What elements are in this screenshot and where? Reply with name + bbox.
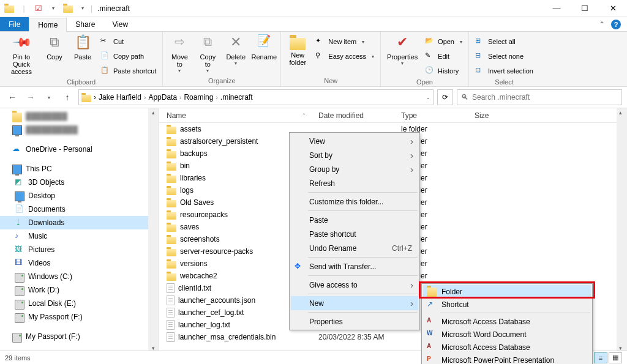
ctx-customize[interactable]: Customize this folder... (291, 195, 418, 209)
properties-qat-icon[interactable]: ☑ (32, 2, 45, 15)
qat-dropdown-2[interactable]: ▾ (76, 2, 89, 15)
nav-forward-button[interactable]: → (23, 90, 38, 105)
titlebar: | ☑ ▾ ▾ | .minecraft — ☐ ✕ (0, 0, 627, 17)
nav-d-drive[interactable]: Work (D:) (0, 283, 159, 297)
context-menu: View Sort by Group by Refresh Customize … (289, 132, 420, 330)
nav-scrollbar[interactable] (148, 108, 159, 352)
col-date[interactable]: Date modified (311, 111, 394, 120)
tab-home[interactable]: Home (29, 18, 67, 32)
submenu-folder[interactable]: Folder (423, 285, 591, 298)
rename-button[interactable]: 📝Rename (251, 33, 277, 61)
nav-videos[interactable]: 🎞Videos (0, 256, 159, 270)
cloud-icon: ☁ (12, 144, 22, 154)
col-name[interactable]: Name⌃ (159, 111, 311, 120)
ctx-refresh[interactable]: Refresh (291, 176, 418, 190)
search-input[interactable]: 🔍︎ Search .minecraft (457, 89, 622, 105)
paste-button[interactable]: 📋Paste (70, 33, 96, 61)
ctx-give-access-to[interactable]: Give access to (291, 278, 418, 292)
nav-f-drive[interactable]: My Passport (F:) (0, 310, 159, 324)
breadcrumb-segment[interactable]: Jake Harfield› (99, 93, 146, 102)
nav-pictures[interactable]: 🖼Pictures (0, 243, 159, 256)
properties-button[interactable]: ✔Properties▾ (385, 33, 420, 67)
folder-icon (167, 127, 176, 134)
pin-to-quick-access-button[interactable]: 📌Pin to Quick access (4, 33, 39, 75)
pc-icon (12, 165, 22, 174)
nav-this-pc[interactable]: This PC (0, 162, 159, 176)
folder-icon (427, 288, 437, 297)
ctx-paste-shortcut[interactable]: Paste shortcut (291, 227, 418, 241)
copy-path-button[interactable]: 📄Copy path (98, 50, 159, 63)
navigation-pane[interactable]: ████████ ██████████ ☁OneDrive - Personal… (0, 108, 159, 352)
nav-blurred-item[interactable]: ██████████ (0, 123, 159, 136)
ctx-send-with-transfer[interactable]: ✥Send with Transfer... (291, 259, 418, 273)
nav-blurred-item[interactable]: ████████ (0, 110, 159, 123)
content-scrollbar[interactable] (617, 108, 627, 352)
breadcrumb-segment[interactable]: Roaming› (184, 93, 217, 102)
group-label: Organize (167, 76, 277, 86)
maximize-button[interactable]: ☐ (571, 0, 599, 17)
invert-selection-button[interactable]: ⊡Invert selection (473, 64, 536, 78)
powerpoint-icon: P (427, 355, 437, 365)
status-item-count: 29 items (5, 354, 31, 362)
copy-button[interactable]: ⧉Copy (42, 33, 67, 61)
ctx-group-by[interactable]: Group by (291, 162, 418, 176)
details-view-button[interactable]: ≡ (594, 352, 607, 363)
edit-button[interactable]: ✎Edit (422, 50, 465, 63)
submenu-powerpoint[interactable]: PMicrosoft PowerPoint Presentation (423, 354, 591, 364)
new-item-button[interactable]: ✦New item▾ (313, 35, 377, 48)
qat-dropdown[interactable]: ▾ (47, 2, 60, 15)
address-bar[interactable]: › Jake Harfield› AppData› Roaming› .mine… (78, 89, 434, 105)
ctx-sort-by[interactable]: Sort by (291, 148, 418, 162)
history-button[interactable]: 🕒History (422, 64, 465, 78)
nav-3d-objects[interactable]: ◩3D Objects (0, 176, 159, 189)
addr-dropdown[interactable]: ⌄ (426, 95, 430, 100)
submenu-word-doc[interactable]: WMicrosoft Word Document (423, 328, 591, 341)
large-icons-view-button[interactable]: ▦ (609, 352, 622, 363)
nav-c-drive[interactable]: Windows (C:) (0, 270, 159, 283)
history-icon: 🕒 (425, 66, 435, 76)
nav-desktop[interactable]: Desktop (0, 189, 159, 202)
breadcrumb-segment[interactable]: .minecraft (220, 93, 253, 102)
delete-button[interactable]: ✕Delete▾ (223, 33, 249, 67)
tab-view[interactable]: View (103, 17, 137, 31)
nav-f-drive-external[interactable]: My Passport (F:) (0, 330, 159, 343)
copy-to-button[interactable]: ⧉Copy to▾ (195, 33, 220, 74)
nav-up-button[interactable]: ↑ (60, 90, 75, 105)
nav-back-button[interactable]: ← (5, 90, 20, 105)
refresh-button[interactable]: ⟳ (437, 89, 453, 105)
tab-share[interactable]: Share (67, 17, 103, 31)
nav-documents[interactable]: 📄Documents (0, 202, 159, 216)
ctx-paste[interactable]: Paste (291, 213, 418, 227)
ctx-undo-rename[interactable]: Undo RenameCtrl+Z (291, 241, 418, 255)
close-button[interactable]: ✕ (599, 0, 627, 17)
help-icon[interactable]: ? (611, 20, 621, 29)
nav-music[interactable]: ♪Music (0, 229, 159, 243)
ctx-new[interactable]: New (291, 296, 418, 310)
select-none-button[interactable]: ⊟Select none (473, 50, 536, 63)
easy-access-button[interactable]: ⚲Easy access▾ (313, 50, 377, 63)
minimize-button[interactable]: — (543, 0, 571, 17)
ctx-view[interactable]: View (291, 134, 418, 148)
breadcrumb-segment[interactable]: AppData› (148, 93, 181, 102)
open-button[interactable]: 📂Open▾ (422, 35, 465, 48)
col-size[interactable]: Size (467, 111, 516, 120)
nav-e-drive[interactable]: Local Disk (E:) (0, 297, 159, 310)
videos-icon: 🎞 (15, 258, 24, 268)
ribbon-collapse-icon[interactable]: ⌃ (599, 20, 605, 29)
paste-shortcut-button[interactable]: 📋Paste shortcut (98, 64, 159, 78)
cut-button[interactable]: ✂Cut (98, 35, 159, 48)
column-headers[interactable]: Name⌃ Date modified Type Size (159, 108, 627, 123)
tab-file[interactable]: File (0, 17, 29, 31)
nav-onedrive[interactable]: ☁OneDrive - Personal (0, 143, 159, 156)
nav-downloads[interactable]: ⭣Downloads (0, 216, 159, 229)
select-all-button[interactable]: ⊞Select all (473, 35, 536, 48)
col-type[interactable]: Type (394, 111, 467, 120)
new-folder-button[interactable]: New folder (285, 33, 310, 66)
selectnone-icon: ⊟ (475, 51, 485, 61)
submenu-access-db-2[interactable]: AMicrosoft Access Database (423, 341, 591, 354)
submenu-shortcut[interactable]: ↗Shortcut (423, 298, 591, 311)
ctx-properties[interactable]: Properties (291, 314, 418, 329)
move-to-button[interactable]: ⇨Move to▾ (167, 33, 192, 74)
submenu-access-db[interactable]: AMicrosoft Access Database (423, 315, 591, 328)
nav-history-dropdown[interactable]: ▾ (42, 90, 56, 105)
